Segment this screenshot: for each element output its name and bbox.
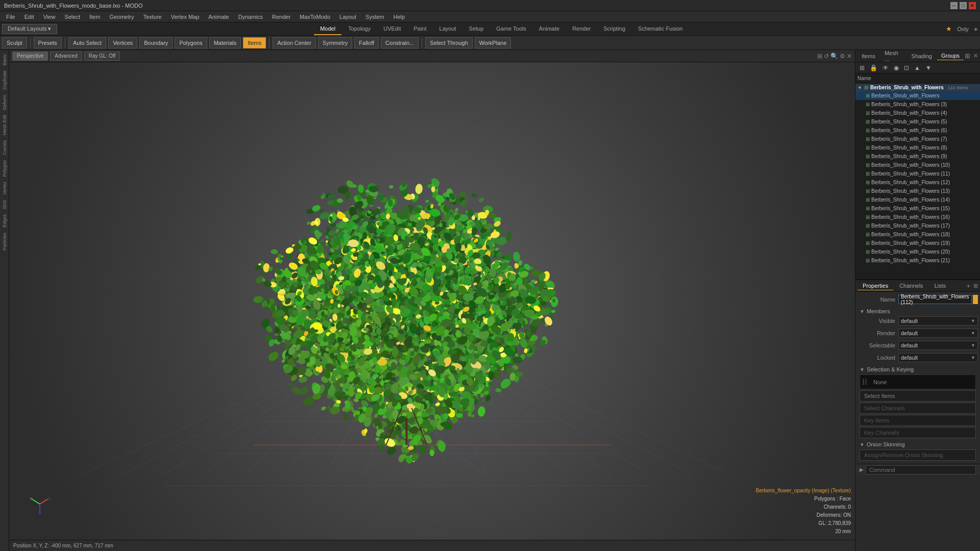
perspective-button[interactable]: Perspective bbox=[12, 52, 48, 61]
maximize-button[interactable]: □ bbox=[960, 2, 967, 9]
menu-item-system[interactable]: System bbox=[361, 13, 388, 21]
sidebar-icon-0[interactable]: Basic bbox=[1, 52, 8, 67]
command-expand-icon[interactable]: ▶ bbox=[860, 467, 864, 472]
locked-dropdown[interactable]: default ▼ bbox=[898, 353, 978, 362]
materials-button[interactable]: Materials bbox=[209, 37, 241, 48]
render-icon[interactable]: ◉ bbox=[892, 64, 901, 72]
mode-tab-game-tools[interactable]: Game Tools bbox=[490, 23, 532, 35]
menu-item-edit[interactable]: Edit bbox=[20, 13, 38, 21]
onion-skinning-header[interactable]: ▼ Onion Skinning bbox=[857, 439, 978, 448]
symmetry-button[interactable]: Symmetry bbox=[318, 37, 353, 48]
only-button[interactable]: Only bbox=[954, 25, 972, 33]
render-dropdown[interactable]: default ▼ bbox=[898, 329, 978, 338]
list-item[interactable]: ⊞Berberis_Shrub_with_Flowers (5) bbox=[855, 117, 980, 126]
sidebar-icon-9[interactable]: Particles bbox=[1, 231, 8, 253]
presets-button[interactable]: Presets bbox=[34, 37, 62, 48]
mesh-tab[interactable]: Mesh ... bbox=[880, 49, 906, 63]
select-channels-button[interactable]: Select Channels bbox=[860, 403, 976, 414]
list-item[interactable]: ⊞Berberis_Shrub_with_Flowers (4) bbox=[855, 109, 980, 117]
list-item[interactable]: ⊞Berberis_Shrub_with_Flowers (17) bbox=[855, 221, 980, 230]
select-through-button[interactable]: Select Through bbox=[425, 37, 472, 48]
list-item[interactable]: ⊞Berberis_Shrub_with_Flowers (21) bbox=[855, 256, 980, 265]
vp-icon-2[interactable]: ↺ bbox=[824, 53, 829, 60]
assign-remove-onion-button[interactable]: Assign/Remove Onion Skinning bbox=[860, 449, 976, 461]
polygons-button[interactable]: Polygons bbox=[175, 37, 207, 48]
key-items-button[interactable]: Key Items bbox=[860, 415, 976, 426]
mode-tab-schematic-fusion[interactable]: Schematic Fusion bbox=[632, 23, 689, 35]
list-item[interactable]: ⊞Berberis_Shrub_with_Flowers (12) bbox=[855, 178, 980, 187]
eye-icon[interactable]: 👁 bbox=[880, 64, 891, 72]
close-button[interactable]: ✕ bbox=[969, 2, 976, 9]
list-item[interactable]: ⊞Berberis_Shrub_with_Flowers (20) bbox=[855, 247, 980, 256]
sidebar-icon-7[interactable]: SDS bbox=[1, 198, 8, 212]
lists-tab[interactable]: Lists bbox=[929, 282, 951, 290]
move-down-icon[interactable]: ▼ bbox=[923, 64, 934, 72]
star-button[interactable]: ★ bbox=[946, 25, 952, 33]
menu-item-texture[interactable]: Texture bbox=[139, 13, 166, 21]
add-tab-button[interactable]: + bbox=[974, 25, 978, 33]
minimize-button[interactable]: ─ bbox=[950, 2, 958, 9]
sidebar-icon-2[interactable]: Deform bbox=[1, 93, 8, 112]
boundary-button[interactable]: Boundary bbox=[139, 37, 173, 48]
vp-icon-4[interactable]: ⚙ bbox=[840, 53, 845, 60]
sidebar-icon-4[interactable]: Curves bbox=[1, 138, 8, 157]
list-item[interactable]: ⊞Berberis_Shrub_with_Flowers (13) bbox=[855, 187, 980, 195]
move-up-icon[interactable]: ▲ bbox=[912, 64, 922, 72]
mode-tab-topology[interactable]: Topology bbox=[342, 23, 377, 35]
shading-tab[interactable]: Shading bbox=[908, 52, 936, 60]
members-section-header[interactable]: ▼ Members bbox=[857, 306, 978, 315]
sidebar-icon-3[interactable]: Mesh Edit bbox=[1, 113, 8, 137]
list-item[interactable]: ⊞Berberis_Shrub_with_Flowers (19) bbox=[855, 239, 980, 247]
constraints-button[interactable]: Constrain... bbox=[381, 37, 419, 48]
mode-tab-paint[interactable]: Paint bbox=[407, 23, 432, 35]
sidebar-icon-6[interactable]: Vertex bbox=[1, 180, 8, 197]
advanced-button[interactable]: Advanced bbox=[50, 52, 82, 61]
menu-item-animate[interactable]: Animate bbox=[204, 13, 233, 21]
menu-item-render[interactable]: Render bbox=[268, 13, 295, 21]
name-field[interactable]: Berberis_Shrub_with_Flowers (112) bbox=[898, 295, 972, 304]
mode-tab-uvedit[interactable]: UVEdit bbox=[377, 23, 407, 35]
sidebar-icon-1[interactable]: Duplicate bbox=[1, 68, 8, 92]
ray-gl-button[interactable]: Ray GL: Off bbox=[84, 52, 120, 61]
list-item[interactable]: ⊞Berberis_Shrub_with_Flowers (18) bbox=[855, 230, 980, 239]
layout-button[interactable]: Default Layouts ▾ bbox=[2, 24, 57, 34]
select-icon[interactable]: ⊡ bbox=[902, 64, 911, 72]
vp-icon-1[interactable]: ⊞ bbox=[817, 53, 822, 60]
mode-tab-render[interactable]: Render bbox=[566, 23, 597, 35]
vp-icon-3[interactable]: 🔍 bbox=[830, 53, 838, 60]
items-list[interactable]: ▼⊞Berberis_Shrub_with_Flowers110 Items⊞B… bbox=[855, 84, 980, 279]
items-close-icon[interactable]: ✕ bbox=[973, 53, 978, 59]
item-group-header[interactable]: ▼⊞Berberis_Shrub_with_Flowers110 Items bbox=[855, 84, 980, 91]
groups-tab[interactable]: Groups bbox=[937, 52, 964, 60]
new-group-icon[interactable]: ⊞ bbox=[857, 64, 867, 72]
add-props-tab-button[interactable]: + bbox=[966, 282, 970, 290]
visible-dropdown[interactable]: default ▼ bbox=[898, 316, 978, 325]
vp-icon-5[interactable]: ✕ bbox=[847, 53, 852, 60]
list-item[interactable]: ⊞Berberis_Shrub_with_Flowers (9) bbox=[855, 152, 980, 161]
vertices-button[interactable]: Vertices bbox=[108, 37, 137, 48]
channels-tab[interactable]: Channels bbox=[894, 282, 928, 290]
list-item[interactable]: ⊞Berberis_Shrub_with_Flowers (15) bbox=[855, 204, 980, 213]
items-tab[interactable]: Items bbox=[857, 52, 879, 60]
list-item[interactable]: ⊞Berberis_Shrub_with_Flowers (7) bbox=[855, 135, 980, 143]
list-item[interactable]: ⊞Berberis_Shrub_with_Flowers (3) bbox=[855, 100, 980, 109]
menu-item-geometry[interactable]: Geometry bbox=[105, 13, 138, 21]
list-item[interactable]: ⊞Berberis_Shrub_with_Flowers (10) bbox=[855, 161, 980, 169]
mode-tab-animate[interactable]: Animate bbox=[533, 23, 566, 35]
selection-keying-header[interactable]: ▼ Selection & Keying bbox=[857, 364, 978, 373]
list-item[interactable]: ⊞Berberis_Shrub_with_Flowers (8) bbox=[855, 143, 980, 152]
mode-tab-setup[interactable]: Setup bbox=[463, 23, 490, 35]
selectable-dropdown[interactable]: default ▼ bbox=[898, 341, 978, 350]
key-channels-button[interactable]: Key Channels bbox=[860, 427, 976, 438]
auto-select-button[interactable]: Auto Select bbox=[68, 37, 106, 48]
properties-tab[interactable]: Properties bbox=[857, 282, 893, 290]
menu-item-item[interactable]: Item bbox=[85, 13, 104, 21]
mode-tab-layout[interactable]: Layout bbox=[433, 23, 462, 35]
sidebar-icon-8[interactable]: Edges bbox=[1, 212, 8, 230]
menu-item-select[interactable]: Select bbox=[60, 13, 84, 21]
mode-tab-model[interactable]: Model bbox=[314, 23, 341, 35]
menu-item-help[interactable]: Help bbox=[389, 13, 409, 21]
items-expand-icon[interactable]: ⊞ bbox=[965, 52, 970, 60]
list-item[interactable]: ⊞Berberis_Shrub_with_Flowers (11) bbox=[855, 169, 980, 178]
list-item[interactable]: ⊞Berberis_Shrub_with_Flowers (14) bbox=[855, 195, 980, 204]
